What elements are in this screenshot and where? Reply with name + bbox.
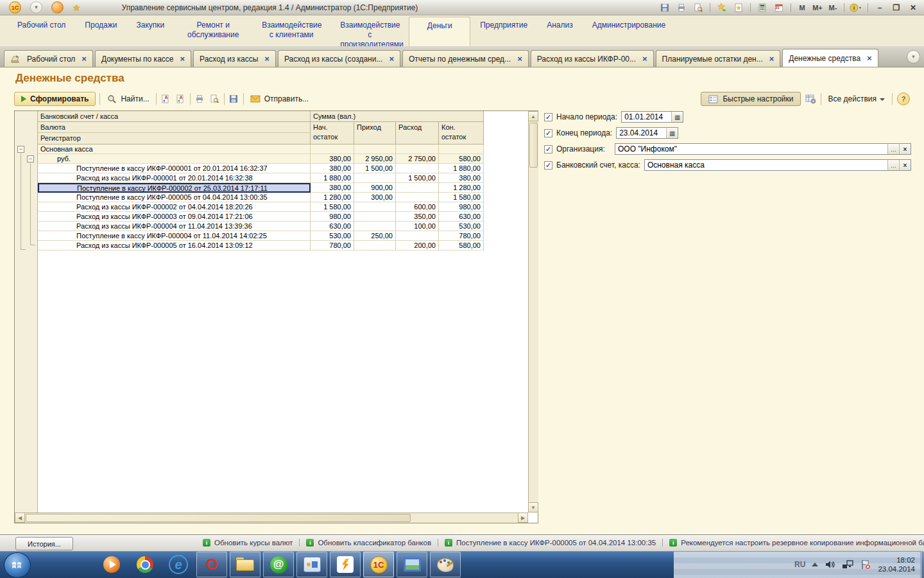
section-tab-2[interactable]: Закупки — [126, 15, 174, 46]
value-cell[interactable]: 1 880,00 — [311, 173, 354, 183]
header-currency[interactable]: Валюта — [38, 122, 311, 133]
clear-icon[interactable]: × — [899, 160, 911, 170]
system-command-icon[interactable] — [51, 1, 64, 13]
expander-currency-icon[interactable]: − — [27, 155, 34, 162]
action-center-flag-icon[interactable] — [860, 559, 871, 570]
show-desktop-button[interactable] — [920, 551, 924, 578]
group-row-label[interactable]: Основная касса — [38, 144, 311, 154]
document-tab-0[interactable]: Рабочий стол× — [4, 50, 93, 67]
scroll-left-icon[interactable]: ◀ — [15, 512, 25, 523]
favorites-page-icon[interactable] — [732, 2, 746, 13]
filter-input[interactable]: 23.04.2014▦ — [616, 127, 678, 139]
table-row[interactable]: Поступление в кассу ИКФР-000005 от 04.04… — [38, 193, 484, 202]
scroll-right-icon[interactable]: ▶ — [518, 512, 528, 523]
value-cell[interactable]: 1 280,00 — [439, 183, 484, 193]
value-cell[interactable]: 380,00 — [311, 164, 354, 173]
vertical-scrollbar[interactable]: ▲ ▼ — [528, 111, 538, 512]
registrar-cell[interactable]: Расход из кассы ИКФР-000002 от 04.04.201… — [38, 202, 311, 212]
table-row[interactable]: Расход из кассы ИКФР-000004 от 11.04.201… — [38, 222, 484, 231]
taskbar-app-1c-enterprise[interactable]: 1С — [363, 552, 394, 577]
all-actions-button[interactable]: Все действия — [826, 93, 887, 105]
history-button[interactable]: История... — [15, 537, 73, 550]
value-cell[interactable]: 380,00 — [439, 173, 484, 183]
value-cell[interactable]: 380,00 — [311, 183, 354, 193]
registrar-cell[interactable]: Поступление в кассу ИКФР-000002 от 25.03… — [38, 183, 311, 193]
restore-settings-icon[interactable]: A — [175, 94, 186, 105]
save-icon[interactable] — [658, 2, 672, 13]
value-cell[interactable]: 600,00 — [396, 202, 439, 212]
memory-m-plus-button[interactable]: M+ — [811, 4, 824, 12]
value-cell[interactable]: 2 950,00 — [354, 154, 396, 164]
status-item-3[interactable]: iРекомендуется настроить резервное копир… — [663, 539, 924, 547]
registrar-cell[interactable]: Расход из кассы ИКФР-000001 от 20.01.201… — [38, 173, 311, 183]
value-cell[interactable]: 1 880,00 — [439, 164, 484, 173]
value-cell[interactable]: 780,00 — [311, 241, 354, 250]
registrar-cell[interactable]: Поступление в кассу ИКФР-000001 от 20.01… — [38, 164, 311, 173]
header-sum[interactable]: Сумма (вал.) — [311, 111, 484, 122]
filter-value[interactable]: 01.01.2014 — [622, 112, 671, 121]
header-registrar[interactable]: Регистратор — [38, 133, 311, 144]
restore-button[interactable]: ❐ — [889, 3, 903, 13]
table-row[interactable]: Расход из кассы ИКФР-000005 от 16.04.201… — [38, 241, 484, 250]
print-icon[interactable] — [674, 2, 689, 13]
document-tab-7[interactable]: Денежные средства× — [782, 49, 878, 67]
taskbar-app-image-viewer[interactable] — [397, 552, 427, 577]
print-icon[interactable] — [194, 94, 205, 105]
vertical-scroll-thumb[interactable] — [529, 123, 538, 168]
filter-checkbox[interactable]: ✓ — [544, 129, 552, 137]
document-tab-1[interactable]: Документы по кассе× — [95, 50, 191, 67]
clock[interactable]: 18:0223.04.2014 — [878, 556, 915, 574]
value-cell[interactable]: 900,00 — [354, 183, 396, 193]
value-cell[interactable]: 980,00 — [311, 212, 354, 222]
start-button[interactable] — [4, 552, 31, 578]
value-cell[interactable]: 300,00 — [354, 193, 396, 202]
tray-expand-icon[interactable] — [812, 563, 818, 566]
header-account[interactable]: Банковский счет / касса — [38, 111, 311, 122]
filter-input[interactable]: 01.01.2014▦ — [621, 111, 683, 123]
calendar-picker-icon[interactable]: ▦ — [671, 112, 683, 122]
value-cell[interactable] — [396, 144, 439, 154]
quick-settings-button[interactable]: Быстрые настройки — [701, 92, 800, 106]
expander-root-icon[interactable]: − — [17, 146, 24, 153]
taskbar-app-winamp[interactable] — [330, 552, 361, 577]
status-item-0[interactable]: iОбновить курсы валют — [196, 539, 300, 547]
registrar-cell[interactable]: Поступление в кассу ИКФР-000004 от 11.04… — [38, 231, 311, 241]
value-cell[interactable] — [396, 183, 439, 193]
taskbar-app-explorer[interactable] — [230, 552, 261, 577]
value-cell[interactable] — [396, 164, 439, 173]
document-tab-5[interactable]: Расход из кассы ИКФР-00...× — [531, 50, 654, 67]
value-cell[interactable] — [439, 144, 484, 154]
table-row[interactable]: Расход из кассы ИКФР-000002 от 04.04.201… — [38, 202, 484, 212]
section-tab-5[interactable]: Взаимодействие с производителями — [330, 15, 409, 46]
column-header-1[interactable]: Приход — [354, 122, 396, 144]
filter-checkbox[interactable]: ✓ — [544, 113, 552, 121]
scroll-up-icon[interactable]: ▲ — [528, 111, 538, 121]
value-cell[interactable] — [311, 144, 354, 154]
choose-icon[interactable]: ... — [887, 160, 899, 170]
table-row[interactable]: руб.380,002 950,002 750,00580,00 — [38, 154, 484, 164]
status-item-2[interactable]: iПоступление в кассу ИКФР-000005 от 04.0… — [438, 539, 663, 547]
value-cell[interactable]: 980,00 — [439, 202, 484, 212]
document-tab-4[interactable]: Отчеты по денежным сред...× — [402, 50, 529, 67]
value-cell[interactable]: 1 280,00 — [311, 193, 354, 202]
favorites-star-icon[interactable]: ★ — [73, 3, 81, 12]
column-header-3[interactable]: Кон. остаток — [439, 122, 484, 144]
value-cell[interactable] — [354, 144, 396, 154]
value-cell[interactable]: 1 500,00 — [396, 173, 439, 183]
value-cell[interactable]: 630,00 — [439, 212, 484, 222]
tab-close-icon[interactable]: × — [517, 55, 522, 63]
find-button[interactable]: Найти... — [104, 92, 151, 106]
tab-close-icon[interactable]: × — [180, 55, 185, 63]
clear-icon[interactable]: × — [899, 144, 911, 154]
value-cell[interactable]: 580,00 — [439, 154, 484, 164]
status-item-1[interactable]: iОбновить классификатор банков — [300, 539, 438, 547]
close-button[interactable]: ✕ — [906, 3, 920, 13]
section-tab-6[interactable]: Деньги — [409, 17, 470, 46]
network-icon[interactable] — [842, 559, 853, 570]
memory-m-minus-button[interactable]: M- — [826, 4, 839, 12]
choose-icon[interactable]: ... — [887, 144, 899, 154]
group-row-label[interactable]: руб. — [38, 154, 311, 164]
table-row[interactable]: Поступление в кассу ИКФР-000004 от 11.04… — [38, 231, 484, 241]
table-row[interactable]: Расход из кассы ИКФР-000001 от 20.01.201… — [38, 173, 484, 183]
taskbar-app-app-window[interactable] — [296, 552, 327, 577]
